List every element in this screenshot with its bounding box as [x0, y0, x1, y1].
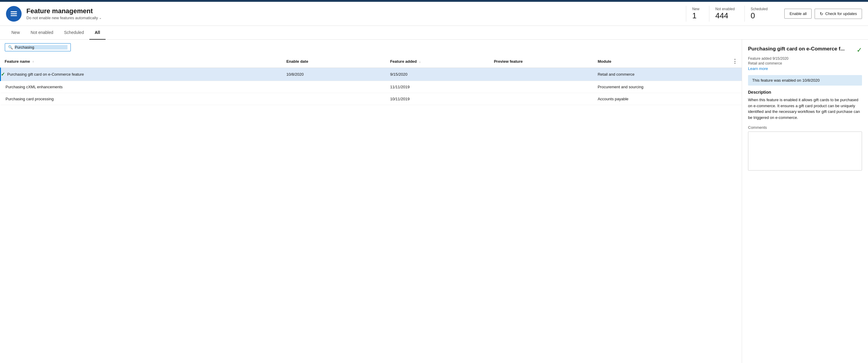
enable-all-button[interactable]: Enable all	[784, 9, 812, 19]
search-input[interactable]	[15, 45, 67, 50]
cell-feature-name: Purchasing card processing	[1, 93, 282, 105]
tab-not-enabled[interactable]: Not enabled	[25, 26, 59, 39]
detail-module: Retail and commerce	[748, 61, 862, 65]
app-logo	[6, 6, 22, 22]
col-header-enable-date[interactable]: Enable date	[282, 55, 386, 68]
stat-scheduled: Scheduled 0	[744, 6, 777, 22]
search-icon: 🔍	[8, 45, 13, 50]
detail-title: Purchasing gift card on e-Commerce f...	[748, 46, 854, 52]
enabled-banner: This feature was enabled on 10/8/2020	[748, 75, 862, 86]
col-header-menu: ⋮	[727, 55, 742, 68]
main-content: 🔍 Feature name ↑ Enable date	[0, 39, 868, 363]
detail-feature-added: Feature added 9/15/2020	[748, 56, 862, 61]
feature-table: Feature name ↑ Enable date Feature added…	[0, 55, 742, 363]
cell-module: Procurement and sourcing	[594, 81, 727, 93]
cell-row-menu	[727, 68, 742, 81]
stat-new-value: 1	[692, 11, 696, 21]
cell-module: Retail and commerce	[594, 68, 727, 81]
detail-description: When this feature is enabled it allows g…	[748, 97, 862, 120]
enabled-check-icon: ✓	[1, 72, 5, 77]
svg-rect-0	[11, 11, 17, 12]
comments-label: Comments	[748, 125, 862, 130]
stat-new: New 1	[686, 6, 709, 22]
cell-preview	[490, 93, 594, 105]
header-actions: Enable all ↻ Check for updates	[784, 9, 862, 19]
header: Feature management Do not enable new fea…	[0, 2, 868, 26]
col-header-feature-name[interactable]: Feature name ↑	[1, 55, 282, 68]
chevron-down-icon: ⌄	[99, 16, 102, 20]
stat-new-label: New	[692, 7, 700, 11]
svg-rect-1	[11, 13, 17, 14]
cell-row-menu	[727, 93, 742, 105]
header-subtitle[interactable]: Do not enable new features automatically…	[26, 16, 686, 20]
cell-enable-date	[282, 81, 386, 93]
stat-not-enabled-label: Not enabled	[715, 7, 735, 11]
cell-feature-added: 10/11/2019	[386, 93, 490, 105]
sort-asc-icon: ↑	[32, 60, 34, 63]
cell-enable-date: 10/8/2020	[282, 68, 386, 81]
search-bar: 🔍	[0, 39, 742, 55]
table-row[interactable]: Purchasing card processing 10/11/2019 Ac…	[1, 93, 742, 105]
header-title-block: Feature management Do not enable new fea…	[26, 7, 686, 20]
detail-enabled-icon: ✓	[857, 46, 862, 54]
tab-new[interactable]: New	[6, 26, 25, 39]
cell-feature-name: ✓ Purchasing gift card on e-Commerce fea…	[1, 68, 282, 81]
subtitle-text: Do not enable new features automatically	[26, 16, 98, 20]
column-menu-icon[interactable]: ⋮	[732, 58, 738, 64]
col-feature-label: Feature name	[5, 59, 30, 64]
col-header-module[interactable]: Module	[594, 55, 727, 68]
svg-rect-2	[11, 15, 17, 16]
row1-feature-name: Purchasing gift card on e-Commerce featu…	[7, 72, 84, 77]
header-stats: New 1 Not enabled 444 Scheduled 0	[686, 6, 777, 22]
cell-feature-added: 9/15/2020	[386, 68, 490, 81]
table-row[interactable]: ✓ Purchasing gift card on e-Commerce fea…	[1, 68, 742, 81]
detail-panel: Purchasing gift card on e-Commerce f... …	[742, 39, 868, 363]
stat-not-enabled: Not enabled 444	[709, 6, 744, 22]
cell-row-menu	[727, 81, 742, 93]
left-panel: 🔍 Feature name ↑ Enable date	[0, 39, 742, 363]
tab-scheduled[interactable]: Scheduled	[59, 26, 89, 39]
tab-all[interactable]: All	[89, 26, 105, 39]
nav-tabs: New Not enabled Scheduled All	[0, 26, 868, 39]
cell-preview	[490, 81, 594, 93]
page-title: Feature management	[26, 7, 686, 15]
col-header-feature-added[interactable]: Feature added ↓	[386, 55, 490, 68]
logo-icon	[9, 9, 18, 18]
stat-scheduled-value: 0	[751, 11, 755, 21]
description-title: Description	[748, 90, 862, 94]
check-updates-button[interactable]: ↻ Check for updates	[815, 9, 862, 19]
learn-more-link[interactable]: Learn more	[748, 66, 768, 71]
cell-feature-added: 11/11/2019	[386, 81, 490, 93]
table-row[interactable]: Purchasing cXML enhancements 11/11/2019 …	[1, 81, 742, 93]
table-header-row: Feature name ↑ Enable date Feature added…	[1, 55, 742, 68]
check-updates-label: Check for updates	[825, 11, 857, 16]
cell-feature-name: Purchasing cXML enhancements	[1, 81, 282, 93]
cell-module: Accounts payable	[594, 93, 727, 105]
stat-not-enabled-value: 444	[715, 11, 728, 21]
cell-preview	[490, 68, 594, 81]
search-input-wrap[interactable]: 🔍	[5, 43, 71, 51]
sort-desc-icon: ↓	[419, 60, 421, 63]
enable-all-label: Enable all	[789, 11, 807, 16]
comments-textarea[interactable]	[748, 132, 862, 171]
cell-enable-date	[282, 93, 386, 105]
detail-header: Purchasing gift card on e-Commerce f... …	[748, 46, 862, 54]
col-header-preview[interactable]: Preview feature	[490, 55, 594, 68]
refresh-icon: ↻	[820, 11, 823, 16]
stat-scheduled-label: Scheduled	[751, 7, 768, 11]
